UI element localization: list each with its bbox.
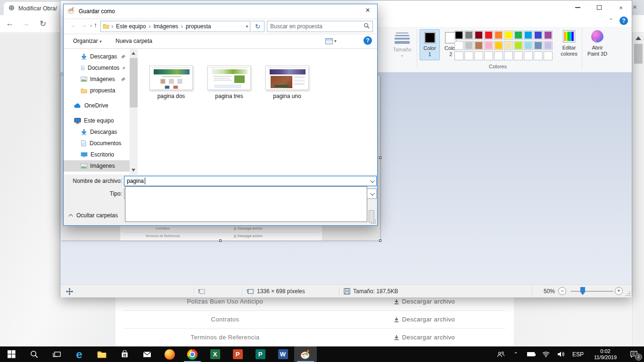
scrollbar-thumb[interactable] (130, 58, 138, 107)
sidebar-item-documentos[interactable]: Documentos (64, 62, 130, 74)
taskbar-powerpoint-button[interactable]: P (226, 346, 249, 362)
battery-icon[interactable] (523, 352, 538, 356)
taskbar-excel-button[interactable]: X (204, 346, 226, 362)
pane-scrollbar[interactable] (130, 49, 138, 174)
breadcrumb-dropdown-icon[interactable]: ▾ (246, 24, 248, 29)
hide-folders-button[interactable]: Ocultar carpetas (70, 212, 118, 219)
file-item[interactable]: pagina uno (258, 66, 316, 106)
dialog-help-button[interactable]: ? (363, 36, 372, 45)
organize-menu[interactable]: Organizar ▾ (73, 38, 102, 44)
palette-color-swatch[interactable] (544, 31, 553, 40)
browser-scrollbar[interactable] (632, 33, 644, 346)
close-button[interactable]: × (610, 0, 632, 15)
palette-empty-slot[interactable] (504, 51, 513, 60)
view-mode-button[interactable]: ▾ (324, 36, 340, 46)
palette-color-swatch[interactable] (484, 31, 493, 40)
palette-empty-slot[interactable] (474, 51, 483, 60)
dialog-forward-button[interactable]: → (81, 21, 87, 29)
browser-close-button[interactable]: × (633, 3, 637, 11)
refresh-button[interactable]: ↻ (251, 21, 264, 32)
download-link[interactable]: Descargar archivo (335, 316, 514, 323)
palette-color-swatch[interactable] (464, 41, 473, 50)
zoom-slider-track[interactable] (571, 291, 613, 292)
scroll-up-icon[interactable] (132, 52, 135, 55)
taskbar-chrome-button[interactable] (181, 346, 204, 362)
tray-expand-icon[interactable]: ⌃ (508, 351, 523, 357)
back-button[interactable]: ← (5, 19, 15, 28)
palette-color-swatch[interactable] (494, 41, 503, 50)
breadcrumb-item[interactable]: Este equipo (116, 23, 146, 30)
palette-color-swatch[interactable] (454, 41, 463, 50)
help-button[interactable]: ? (619, 16, 628, 25)
filetype-dropdown-icon[interactable] (368, 189, 376, 198)
palette-empty-slot[interactable] (524, 51, 533, 60)
size-button[interactable]: Tamaño ▾ (389, 29, 415, 68)
sidebar-item-descargas[interactable]: Descargas (64, 126, 130, 138)
resize-grip[interactable] (625, 291, 630, 296)
download-link[interactable]: Descargar archivo (335, 298, 514, 305)
collapse-ribbon-icon[interactable]: ⌃ (607, 17, 615, 25)
sidebar-item-onedrive[interactable]: OneDrive (64, 100, 130, 111)
palette-color-swatch[interactable] (534, 31, 543, 40)
sidebar-item-descargas[interactable]: Descargas (64, 51, 130, 62)
selection-handle-corner[interactable] (379, 239, 381, 242)
palette-empty-slot[interactable] (484, 51, 493, 60)
palette-empty-slot[interactable] (544, 51, 553, 60)
sidebar-item-documentos[interactable]: Documentos (64, 138, 130, 149)
palette-color-swatch[interactable] (514, 31, 523, 40)
taskbar-edge-button[interactable]: e (68, 346, 91, 362)
palette-empty-slot[interactable] (494, 51, 503, 60)
up-button[interactable]: ↑ (94, 21, 97, 29)
sidebar-item-propuesta[interactable]: propuesta (64, 85, 130, 96)
taskbar-start-button[interactable] (0, 346, 23, 362)
taskbar-word-button[interactable]: W (272, 346, 294, 362)
sidebar-item-este-equipo[interactable]: Este equipo (64, 115, 130, 126)
zoom-in-button[interactable]: + (615, 287, 623, 295)
sidebar-item-imágenes[interactable]: Imágenes (64, 160, 130, 172)
history-dropdown-icon[interactable]: ▾ (90, 24, 92, 28)
selection-handle-bottom[interactable] (219, 239, 222, 242)
language-indicator[interactable]: ESP (569, 351, 587, 358)
zoom-out-button[interactable]: − (558, 287, 566, 295)
breadcrumb-item[interactable]: Imágenes (153, 23, 178, 30)
palette-color-swatch[interactable] (504, 31, 513, 40)
filename-suggestions-dropdown[interactable] (125, 186, 367, 222)
download-link[interactable]: Descargar archivo (335, 334, 514, 341)
taskbar-publisher-button[interactable]: P (249, 346, 272, 362)
palette-color-swatch[interactable] (494, 31, 503, 40)
palette-color-swatch[interactable] (544, 41, 553, 50)
new-folder-button[interactable]: Nueva carpeta (116, 38, 152, 44)
scrollbar-thumb[interactable] (634, 44, 643, 64)
palette-color-swatch[interactable] (474, 41, 483, 50)
scroll-down-icon[interactable] (132, 169, 135, 172)
palette-color-swatch[interactable] (504, 41, 513, 50)
taskbar-store-button[interactable] (113, 346, 136, 362)
palette-color-swatch[interactable] (464, 31, 473, 40)
taskbar-file-explorer-button[interactable] (91, 346, 113, 362)
minimize-button[interactable] (567, 0, 588, 15)
sidebar-item-escritorio[interactable]: Escritorio (64, 149, 130, 160)
palette-empty-slot[interactable] (534, 51, 543, 60)
breadcrumb-item[interactable]: propuesta (186, 23, 211, 30)
palette-color-swatch[interactable] (534, 41, 543, 50)
sidebar-item-imágenes[interactable]: Imágenes (64, 74, 130, 85)
palette-color-swatch[interactable] (474, 31, 483, 40)
dialog-back-button[interactable]: ← (70, 21, 77, 29)
volume-icon[interactable] (553, 351, 569, 357)
search-input[interactable]: Buscar en propuesta (267, 21, 373, 32)
reload-button[interactable]: ↻ (38, 19, 48, 29)
palette-color-swatch[interactable] (524, 41, 533, 50)
wifi-icon[interactable] (538, 351, 553, 357)
forward-button[interactable]: → (21, 19, 31, 28)
taskbar-firefox-button[interactable] (158, 346, 181, 362)
scroll-up-icon[interactable] (636, 36, 641, 40)
edit-colors-button[interactable]: Editar colores (558, 29, 580, 66)
clock[interactable]: 0:02 11/9/2019 (587, 348, 623, 361)
open-paint3d-button[interactable]: Abrir Paint 3D (585, 29, 610, 66)
file-item[interactable]: pagina tres (200, 66, 258, 106)
palette-color-swatch[interactable] (514, 41, 523, 50)
people-icon[interactable] (493, 351, 508, 358)
taskbar-paint-button[interactable] (294, 346, 317, 362)
palette-empty-slot[interactable] (454, 51, 463, 60)
filename-dropdown-icon[interactable] (368, 177, 376, 185)
